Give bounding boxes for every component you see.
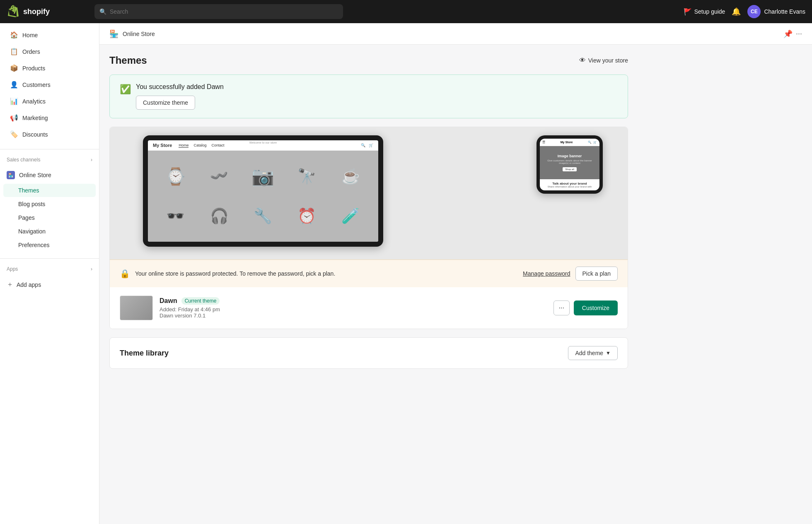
sales-channels-chevron: › xyxy=(91,157,92,163)
phone-mockup: ☰ My Store 🔍 🛒 Image banner xyxy=(536,135,603,194)
customize-label: Customize xyxy=(582,305,609,311)
sidebar-item-label: Orders xyxy=(22,48,40,55)
search-icon: 🔍 xyxy=(99,8,106,15)
content-area: Themes 👁 View your store ✅ You successfu… xyxy=(99,45,638,379)
phone-menu-icon: ☰ xyxy=(542,140,545,144)
customize-theme-button[interactable]: Customize theme xyxy=(136,96,195,110)
add-apps-button[interactable]: ＋ Add apps xyxy=(0,276,99,293)
sidebar-item-orders[interactable]: 📋 Orders xyxy=(3,43,96,60)
sidebar-item-label: Customers xyxy=(22,82,51,88)
success-banner: ✅ You successfully added Dawn Customize … xyxy=(109,75,628,118)
page-header-title: Online Store xyxy=(123,31,155,37)
phone-top-icons: 🔍 🛒 xyxy=(588,141,597,144)
eye-icon: 👁 xyxy=(579,57,586,64)
page-header-actions: 📌 ··· xyxy=(783,29,802,38)
tablet-cart-icon: 🛒 xyxy=(369,143,373,147)
themes-label: Themes xyxy=(18,187,39,194)
pages-label: Pages xyxy=(18,214,35,221)
tablet-nav: Welcome to our store My Store Home Catal… xyxy=(148,140,378,151)
phone-brand: My Store xyxy=(561,141,573,144)
pick-plan-label: Pick a plan xyxy=(582,270,611,277)
content-header: Themes 👁 View your store xyxy=(109,55,628,66)
tablet-screen: Welcome to our store My Store Home Catal… xyxy=(148,140,378,242)
manage-password-button[interactable]: Manage password xyxy=(523,270,570,277)
flag-icon: 🚩 xyxy=(684,8,692,16)
shopify-logo-icon xyxy=(7,5,20,18)
notifications-button[interactable]: 🔔 xyxy=(732,7,741,16)
sidebar-subitem-navigation[interactable]: Navigation xyxy=(3,225,96,238)
nav-right: 🚩 Setup guide 🔔 CE Charlotte Evans xyxy=(684,5,805,18)
view-store-button[interactable]: 👁 View your store xyxy=(579,57,628,64)
user-avatar-area[interactable]: CE Charlotte Evans xyxy=(747,5,805,18)
add-theme-label: Add theme xyxy=(575,350,603,356)
apps-header[interactable]: Apps › xyxy=(0,262,99,276)
sidebar-item-label: Products xyxy=(22,65,45,72)
main-layout: 🏠 Home 📋 Orders 📦 Products 👤 Customers 📊… xyxy=(0,23,812,524)
setup-guide-button[interactable]: 🚩 Setup guide xyxy=(684,8,725,16)
search-input[interactable] xyxy=(110,8,338,15)
add-theme-button[interactable]: Add theme ▼ xyxy=(568,346,618,360)
sidebar-item-label: Marketing xyxy=(22,115,48,121)
tablet-nav-contact: Contact xyxy=(212,143,225,148)
top-nav: shopify 🔍 🚩 Setup guide 🔔 CE Charlotte E… xyxy=(0,0,812,23)
sidebar-subitem-preferences[interactable]: Preferences xyxy=(3,238,96,252)
sidebar-item-products[interactable]: 📦 Products xyxy=(3,60,96,76)
user-name: Charlotte Evans xyxy=(764,8,805,15)
customize-button[interactable]: Customize xyxy=(574,300,618,315)
phone-brand-section: Talk about your brand Share information … xyxy=(540,179,599,190)
sidebar-item-online-store[interactable]: 🏪 Online Store xyxy=(0,167,99,183)
products-icon: 📦 xyxy=(10,64,18,72)
sidebar-item-discounts[interactable]: 🏷️ Discounts xyxy=(3,126,96,142)
theme-more-button[interactable]: ··· xyxy=(553,300,570,315)
success-check-icon: ✅ xyxy=(120,84,131,95)
current-theme-badge: Current theme xyxy=(181,297,220,305)
sidebar-item-analytics[interactable]: 📊 Analytics xyxy=(3,93,96,109)
sidebar-subitem-themes[interactable]: Themes xyxy=(3,184,96,197)
add-icon: ＋ xyxy=(7,280,13,289)
theme-thumbnail-image xyxy=(120,296,152,320)
blog-posts-label: Blog posts xyxy=(18,201,45,207)
sidebar-item-marketing[interactable]: 📢 Marketing xyxy=(3,110,96,126)
pick-plan-button[interactable]: Pick a plan xyxy=(575,267,618,281)
phone-banner-sub: Give customers details about the banner … xyxy=(542,159,597,164)
sketch-alarm: ⏰ xyxy=(297,207,316,225)
phone-shop-button: Shop all xyxy=(563,167,577,171)
library-header: Theme library Add theme ▼ xyxy=(120,346,618,360)
sidebar-item-label: Analytics xyxy=(22,98,46,105)
more-options-button[interactable]: ··· xyxy=(796,29,802,38)
sidebar-subitem-pages[interactable]: Pages xyxy=(3,211,96,224)
tablet-nav-home: Home xyxy=(179,143,188,148)
tablet-nav-brand: My Store xyxy=(153,143,172,148)
phone-section-title: Talk about your brand xyxy=(542,182,597,185)
sidebar-subitem-blog-posts[interactable]: Blog posts xyxy=(3,197,96,211)
page-title: Themes xyxy=(109,55,147,66)
sidebar-item-home[interactable]: 🏠 Home xyxy=(3,27,96,43)
tablet-welcome-text: Welcome to our store xyxy=(249,140,278,145)
sketch-binoculars: 🔭 xyxy=(297,168,316,185)
analytics-icon: 📊 xyxy=(10,97,18,105)
sketch-headphones: 🎧 xyxy=(210,207,229,225)
page-header-bar: 🏪 Online Store 📌 ··· xyxy=(99,23,812,45)
lock-icon: 🔒 xyxy=(120,269,130,279)
preview-images: Welcome to our store My Store Home Catal… xyxy=(110,127,628,260)
navigation-label: Navigation xyxy=(18,228,46,235)
tablet-nav-links: Home Catalog Contact xyxy=(179,143,224,148)
phone-top-bar: ☰ My Store 🔍 🛒 xyxy=(540,139,599,146)
tablet-mockup: Welcome to our store My Store Home Catal… xyxy=(143,135,383,247)
customize-theme-label: Customize theme xyxy=(143,99,188,106)
sketch-tool: 🔧 xyxy=(254,207,272,225)
marketing-icon: 📢 xyxy=(10,114,18,122)
preferences-label: Preferences xyxy=(18,242,49,248)
search-bar[interactable]: 🔍 xyxy=(94,4,343,19)
phone-search-icon: 🔍 xyxy=(588,141,592,144)
library-title: Theme library xyxy=(120,349,169,358)
phone-cart-icon: 🛒 xyxy=(593,141,597,144)
sketch-sunglasses: 🕶️ xyxy=(166,207,185,225)
sketch-watch: ⌚ xyxy=(165,167,186,186)
orders-icon: 📋 xyxy=(10,48,18,55)
pin-button[interactable]: 📌 xyxy=(783,29,793,38)
sidebar-item-customers[interactable]: 👤 Customers xyxy=(3,77,96,93)
success-text: You successfully added Dawn xyxy=(136,83,618,91)
sketch-flask: 🧪 xyxy=(341,207,360,225)
sales-channels-header[interactable]: Sales channels › xyxy=(0,153,99,167)
